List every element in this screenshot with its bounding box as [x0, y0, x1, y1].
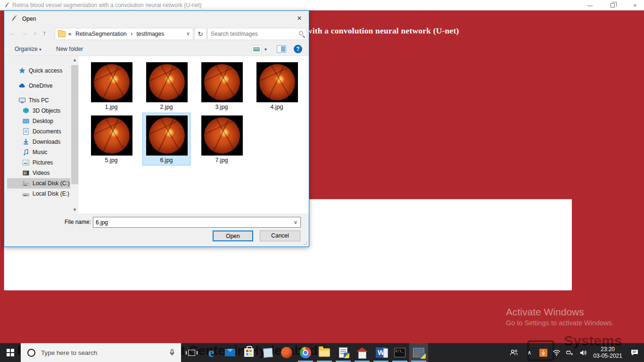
- cortana-icon: [27, 349, 35, 357]
- file-name-input[interactable]: [96, 218, 289, 227]
- sidebar-item-this-pc[interactable]: This PC: [7, 95, 70, 106]
- preview-pane-button[interactable]: [277, 45, 286, 53]
- file-tile-7jpg[interactable]: 7.jpg: [198, 113, 246, 165]
- show-hidden-icons-button[interactable]: ∧: [522, 343, 537, 362]
- resize-grip[interactable]: [304, 241, 307, 245]
- volume-tray-icon[interactable]: [576, 343, 590, 362]
- activate-windows-line1: Activate Windows: [506, 306, 614, 318]
- python-document-icon: [339, 347, 347, 358]
- scroll-up-icon[interactable]: ▲: [71, 56, 79, 64]
- sidebar-item-music[interactable]: Music: [7, 147, 70, 157]
- taskbar-file-explorer-icon[interactable]: [315, 343, 334, 362]
- breadcrumb-chevrons[interactable]: «: [68, 31, 72, 37]
- 3d-objects-cube-icon: [22, 107, 30, 115]
- python-logo-icon: [420, 353, 426, 359]
- search-box: [207, 28, 307, 40]
- system-tray: ∧ 23:20 03-05-2021: [505, 343, 644, 362]
- refresh-button[interactable]: ↻: [194, 28, 206, 40]
- power-tray-icon[interactable]: [563, 343, 576, 362]
- scroll-down-icon[interactable]: ▼: [71, 206, 79, 214]
- task-view-button[interactable]: [181, 343, 202, 362]
- taskbar-notes-icon[interactable]: [258, 343, 277, 362]
- wifi-icon: [553, 349, 561, 356]
- cancel-button[interactable]: Cancel: [260, 230, 300, 241]
- retina-thumbnail: [146, 62, 188, 102]
- sidebar-item-pictures[interactable]: Pictures: [7, 157, 70, 168]
- taskbar-word-icon[interactable]: W: [372, 343, 390, 362]
- action-center-button[interactable]: [625, 343, 644, 362]
- sidebar-item-onedrive[interactable]: OneDrive: [7, 81, 70, 91]
- microphone-icon[interactable]: [169, 348, 175, 357]
- view-caret-icon[interactable]: ▾: [264, 47, 267, 52]
- search-input[interactable]: [211, 29, 294, 39]
- taskbar-roof-app-icon[interactable]: [353, 343, 372, 362]
- up-icon[interactable]: ↑: [43, 29, 46, 37]
- wifi-tray-icon[interactable]: [550, 343, 563, 362]
- file-explorer-folder-icon: [319, 348, 330, 357]
- breadcrumb-item-retinasegmentation[interactable]: RetinaSegmentation: [75, 31, 127, 37]
- people-button[interactable]: [505, 343, 522, 362]
- dialog-close-button[interactable]: ×: [294, 13, 305, 24]
- new-folder-button[interactable]: New folder: [56, 46, 83, 52]
- java-update-tray-icon[interactable]: [537, 343, 550, 362]
- taskbar-cmd-icon[interactable]: C:\_: [390, 343, 409, 362]
- command-prompt-icon: C:\_: [394, 348, 405, 357]
- navigation-sidebar: Quick access OneDrive This PC 3D Objects…: [4, 56, 71, 214]
- retina-thumbnail: [91, 115, 132, 156]
- breadcrumb-item-testimages[interactable]: testImages: [136, 31, 164, 37]
- sidebar-item-quick-access[interactable]: Quick access: [7, 66, 70, 76]
- sidebar-item-local-disk-e[interactable]: Local Disk (E:): [7, 189, 70, 199]
- file-tile-6jpg-selected[interactable]: 6.jpg: [142, 113, 190, 165]
- sidebar-item-documents[interactable]: Documents: [7, 126, 70, 137]
- restore-button[interactable]: [607, 2, 618, 9]
- taskbar-edge-icon[interactable]: e: [202, 343, 221, 362]
- file-tile-4jpg[interactable]: 4.jpg: [253, 59, 301, 112]
- dialog-feather-icon: [11, 15, 18, 22]
- taskbar-python-app-icon-active[interactable]: [409, 343, 428, 362]
- python-window-icon: [413, 348, 424, 357]
- clock-time: 23:20: [601, 346, 615, 353]
- sidebar-scrollbar[interactable]: ▲ ▼: [71, 56, 79, 214]
- file-tile-5jpg[interactable]: 5.jpg: [87, 113, 135, 165]
- back-icon[interactable]: ←: [9, 29, 16, 37]
- recent-locations-caret-icon[interactable]: ∨: [33, 31, 37, 36]
- combo-caret-icon[interactable]: ∨: [294, 219, 297, 225]
- sidebar-item-3d-objects[interactable]: 3D Objects: [7, 106, 70, 116]
- file-tile-1jpg[interactable]: 1.jpg: [87, 59, 135, 112]
- sidebar-item-local-disk-c[interactable]: Local Disk (C:): [7, 178, 70, 189]
- taskbar-browser-icon[interactable]: [277, 343, 296, 362]
- pictures-icon: [22, 159, 30, 166]
- retina-thumbnail: [201, 115, 243, 156]
- minimize-button[interactable]: [585, 2, 595, 9]
- sidebar-item-videos[interactable]: Videos: [7, 168, 70, 178]
- scrollbar-thumb[interactable]: [71, 65, 78, 184]
- file-tile-2jpg[interactable]: 2.jpg: [142, 59, 190, 112]
- organize-menu[interactable]: Organize ▾: [15, 46, 41, 52]
- help-button[interactable]: ?: [294, 45, 302, 53]
- taskbar-search-box[interactable]: [21, 343, 181, 362]
- taskbar-mail-icon[interactable]: [221, 343, 239, 362]
- close-button[interactable]: ×: [630, 2, 640, 9]
- dialog-button-row: Open Cancel: [4, 230, 309, 242]
- file-name-combobox[interactable]: ∨: [93, 217, 301, 228]
- python-logo-icon: [344, 353, 349, 358]
- address-bar[interactable]: « RetinaSegmentation › testImages ∨: [55, 28, 193, 40]
- address-dropdown-caret-icon[interactable]: ∨: [186, 31, 190, 37]
- sidebar-item-desktop[interactable]: Desktop: [7, 116, 70, 126]
- taskbar-python-file-icon[interactable]: [334, 343, 353, 362]
- open-button[interactable]: Open: [213, 230, 253, 241]
- retina-thumbnail: [201, 62, 243, 102]
- change-view-button[interactable]: [251, 45, 262, 53]
- file-tile-3jpg[interactable]: 3.jpg: [198, 59, 246, 112]
- documents-icon: [22, 128, 30, 135]
- taskbar-chrome-icon[interactable]: [296, 343, 315, 362]
- app-feather-icon: [4, 2, 10, 8]
- forward-icon[interactable]: →: [21, 29, 28, 37]
- taskbar-store-icon[interactable]: [239, 343, 258, 362]
- start-button[interactable]: [0, 343, 21, 362]
- taskbar-clock[interactable]: 23:20 03-05-2021: [590, 343, 625, 362]
- sidebar-item-downloads[interactable]: Downloads: [7, 137, 70, 147]
- dialog-title: Open: [22, 16, 36, 22]
- taskbar-search-input[interactable]: [41, 349, 154, 356]
- browser-circle-icon: [281, 347, 292, 358]
